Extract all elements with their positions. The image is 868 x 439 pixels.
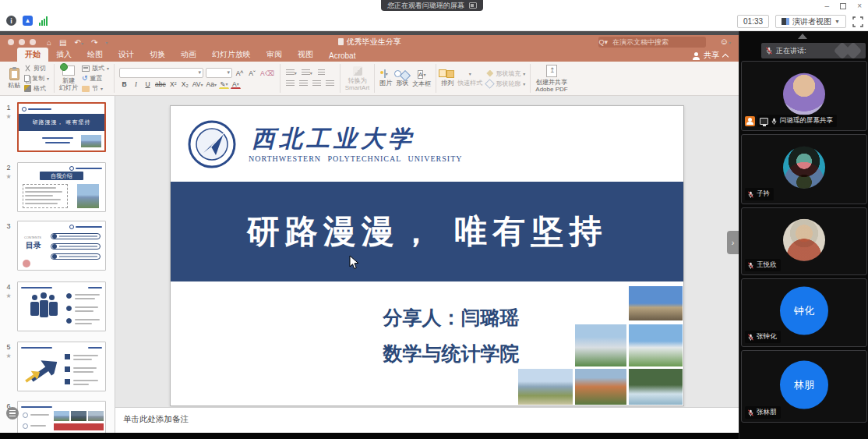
participant-name: 子衿 xyxy=(757,189,770,199)
font-color-button[interactable]: A▾ xyxy=(231,80,241,89)
mac-traffic-lights[interactable] xyxy=(8,39,36,45)
reset-button[interactable]: ↺重置 xyxy=(82,74,109,83)
slide-thumb-2[interactable]: 2★ 自我介绍 xyxy=(0,162,115,212)
redo-icon[interactable]: ↷ xyxy=(91,38,97,47)
presenter-badge-icon xyxy=(745,116,755,126)
shield-icon[interactable]: ▲ xyxy=(23,16,33,26)
tab-acrobat[interactable]: Acrobat xyxy=(321,50,363,62)
copy-button[interactable]: 复制▾ xyxy=(24,74,49,83)
increase-font-button[interactable]: A^ xyxy=(235,69,245,78)
format-painter-button[interactable]: 格式 xyxy=(24,84,49,93)
shapes-button[interactable]: ▾ 形状 xyxy=(396,70,408,87)
shape-fill-button[interactable]: 形状填充▾ xyxy=(486,69,525,78)
change-case-button[interactable]: Aa▾ xyxy=(205,80,217,89)
font-name-select[interactable] xyxy=(119,68,203,78)
layout-icon xyxy=(82,65,90,72)
tab-animations[interactable]: 动画 xyxy=(173,48,204,62)
fullscreen-icon[interactable] xyxy=(852,16,863,27)
notes-area[interactable]: 单击此处添加备注 xyxy=(115,407,739,433)
justify-button[interactable] xyxy=(325,80,335,89)
tab-insert[interactable]: 插入 xyxy=(48,48,79,62)
italic-button[interactable]: I xyxy=(131,80,141,89)
char-spacing-button[interactable]: AV▾ xyxy=(192,80,204,89)
tab-design[interactable]: 设计 xyxy=(111,48,142,62)
slide-1-preview[interactable]: 研路漫漫， 唯有坚持 xyxy=(17,102,106,152)
tab-slideshow[interactable]: 幻灯片放映 xyxy=(204,48,259,62)
share-button[interactable]: 共享 xyxy=(693,50,728,61)
slide-thumb-4[interactable]: 4★ xyxy=(0,281,115,331)
clipboard-group: 粘贴 剪切 复制▾ 格式 xyxy=(3,64,55,93)
slide-2-preview[interactable]: 自我介绍 xyxy=(17,162,106,212)
strikethrough-button[interactable]: abc xyxy=(154,80,167,89)
slide-thumb-5[interactable]: 5★ xyxy=(0,342,115,391)
arrange-group: ▾ 排列 ▾ 快速样式 形状填充▾ 形状轮廓▾ xyxy=(436,64,531,93)
decrease-font-button[interactable]: Aˇ xyxy=(247,69,257,78)
paste-button[interactable]: 粘贴 xyxy=(8,68,20,89)
window-controls: – × xyxy=(825,0,865,12)
participant-tile[interactable]: 钟化 张钟化 xyxy=(741,278,867,347)
underline-button[interactable]: U xyxy=(143,80,153,89)
shape-outline-button[interactable]: 形状轮廓▾ xyxy=(486,80,525,88)
home-icon[interactable]: ⌂ xyxy=(47,38,51,47)
participant-tile[interactable]: 闫璐瑶的屏幕共享 xyxy=(741,61,867,131)
tab-transitions[interactable]: 切换 xyxy=(142,48,173,62)
info-icon[interactable]: i xyxy=(6,16,16,26)
view-mode-dropdown[interactable]: 演讲者视图 ▼ xyxy=(775,15,846,28)
align-center-button[interactable] xyxy=(298,80,309,89)
clear-format-button[interactable]: A⌫ xyxy=(259,69,275,78)
new-slide-button[interactable]: 新建 幻灯片 xyxy=(59,65,78,91)
toolbar-options-icon[interactable]: ▾ xyxy=(105,40,108,45)
speaker-view-icon xyxy=(782,18,789,25)
cut-button[interactable]: 剪切 xyxy=(24,64,49,73)
participant-tile[interactable]: 林朋 张林朋 xyxy=(741,350,867,423)
font-size-select[interactable] xyxy=(206,68,232,78)
slide-3-preview[interactable]: CONTENTS 目录 xyxy=(17,221,106,271)
copy-icon xyxy=(24,75,30,82)
section-button[interactable]: 节▾ xyxy=(82,84,109,93)
bold-button[interactable]: B xyxy=(119,80,129,89)
indent-decrease-button[interactable] xyxy=(316,69,326,78)
undo-icon[interactable]: ↶▾ xyxy=(75,38,83,47)
tab-draw[interactable]: 绘图 xyxy=(79,48,111,62)
campus-photo xyxy=(629,369,683,405)
slide-5-preview[interactable] xyxy=(17,342,106,391)
participant-avatar xyxy=(783,73,825,115)
save-icon[interactable]: ▤ xyxy=(59,38,66,47)
participant-tile[interactable]: 王悦欣 xyxy=(741,207,867,275)
arrange-button[interactable]: ▾ 排列 xyxy=(441,70,453,87)
tab-review[interactable]: 审阅 xyxy=(259,48,290,62)
collapse-panel-icon[interactable] xyxy=(798,34,807,39)
convert-smartart-button[interactable]: 转换为 SmartArt xyxy=(345,66,370,91)
bullets-button[interactable]: ▾ xyxy=(285,69,298,78)
layout-switch-icon[interactable] xyxy=(469,2,477,9)
search-input[interactable] xyxy=(598,37,706,48)
align-right-button[interactable] xyxy=(312,80,322,89)
minimize-button[interactable]: – xyxy=(825,2,830,10)
close-button[interactable]: × xyxy=(857,2,862,10)
highlight-color-button[interactable]: ✎▾ xyxy=(219,80,229,89)
numbering-button[interactable]: ▾ xyxy=(301,69,313,78)
feedback-smiley-icon[interactable]: ☺▾ xyxy=(720,37,731,46)
panel-collapse-handle[interactable]: › xyxy=(727,231,739,254)
layout-button[interactable]: 版式▾ xyxy=(82,64,109,73)
tab-home[interactable]: 开始 xyxy=(17,48,48,62)
slide-4-preview[interactable] xyxy=(17,281,106,331)
presenter-name: 分享人：闫璐瑶 xyxy=(319,299,584,335)
slide-thumb-3[interactable]: 3★ CONTENTS 目录 xyxy=(0,221,115,271)
restore-button[interactable] xyxy=(840,3,846,9)
tab-view[interactable]: 视图 xyxy=(290,48,321,62)
quick-styles-button[interactable]: ▾ 快速样式 xyxy=(457,70,482,87)
superscript-button[interactable]: X² xyxy=(168,80,178,89)
textbox-button[interactable]: A▾ 文本框 xyxy=(412,70,431,87)
collapse-ribbon-icon[interactable] xyxy=(722,53,729,59)
format-painter-icon xyxy=(24,85,31,92)
screen-share-icon xyxy=(760,118,768,125)
slide-thumb-1[interactable]: 1★ 研路漫漫， 唯有坚持 xyxy=(0,102,115,152)
create-pdf-button[interactable]: 创建并共享 Adobe PDF xyxy=(535,65,567,93)
university-logo xyxy=(188,120,236,168)
picture-button[interactable]: ▾ 图片 xyxy=(379,70,392,87)
participant-tile[interactable]: 子衿 xyxy=(741,134,867,204)
align-left-button[interactable] xyxy=(285,80,295,89)
slide-canvas[interactable]: 西北工业大学 NORTHWESTERN POLYTECHNICAL UNIVER… xyxy=(170,105,684,406)
subscript-button[interactable]: X₂ xyxy=(180,80,190,89)
